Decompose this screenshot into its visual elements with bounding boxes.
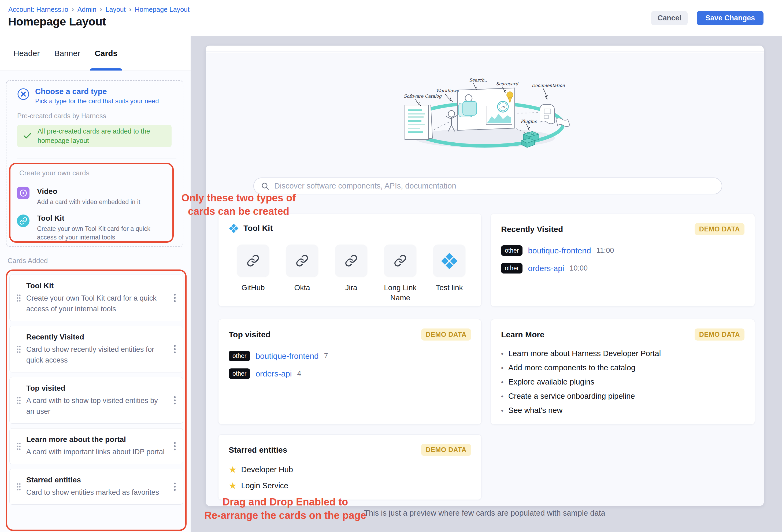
tool-tile[interactable] xyxy=(237,245,269,277)
added-card-description: Card to show recently visited entities f… xyxy=(26,344,168,365)
tool-item-okta[interactable]: Okta xyxy=(282,245,322,303)
starred-entity-name: Developer Hub xyxy=(241,465,293,474)
breadcrumb-current-page[interactable]: Homepage Layout xyxy=(135,6,189,13)
breadcrumb-account-link[interactable]: Account: Harness.io xyxy=(8,6,68,13)
drag-handle-icon[interactable] xyxy=(16,442,22,451)
tool-item-long-link[interactable]: Long Link Name xyxy=(380,245,420,303)
option-video[interactable]: Video xyxy=(37,187,57,196)
preview-body: 75 xyxy=(206,52,764,506)
breadcrumb-separator-icon: › xyxy=(129,6,131,13)
added-card-recently-visited[interactable]: Recently Visited Card to show recently v… xyxy=(9,326,183,373)
page-title: Homepage Layout xyxy=(8,15,106,28)
entity-link[interactable]: boutique-frontend xyxy=(528,246,591,255)
tool-tile[interactable] xyxy=(286,245,318,277)
harness-diamond-icon xyxy=(440,252,458,270)
bullet-icon: • xyxy=(501,406,503,415)
toolkit-card-title: Tool Kit xyxy=(243,224,273,233)
check-icon xyxy=(23,131,32,141)
link-icon xyxy=(345,254,358,267)
annotation-dnd-note: Drag and Drop Enabled to Re-arrange the … xyxy=(195,495,375,522)
annotation-dnd-note-line1: Drag and Drop Enabled to xyxy=(195,495,375,509)
tool-tile[interactable] xyxy=(433,245,465,277)
sidebar-body: Choose a card type Pick a type for the c… xyxy=(0,72,190,532)
option-video-description: Add a card with video embedded in it xyxy=(37,198,168,206)
learn-more-link[interactable]: • Create a service onboarding pipeline xyxy=(501,392,744,401)
sidebar: Header Banner Cards Choose a card type P… xyxy=(0,36,190,532)
added-card-description: Card to show entities marked as favorite… xyxy=(26,487,168,498)
svg-text:Software Catalog: Software Catalog xyxy=(404,94,442,99)
learn-more-link[interactable]: • See what's new xyxy=(501,406,744,415)
drag-handle-icon[interactable] xyxy=(16,294,22,303)
learn-more-link[interactable]: • Explore available plugins xyxy=(501,378,744,386)
demo-data-badge: DEMO DATA xyxy=(421,444,471,456)
tab-header[interactable]: Header xyxy=(13,36,40,71)
demo-data-badge: DEMO DATA xyxy=(695,223,744,235)
drag-handle-icon[interactable] xyxy=(16,483,22,491)
breadcrumb-admin-link[interactable]: Admin xyxy=(77,6,97,13)
drag-handle-icon[interactable] xyxy=(16,396,22,405)
kebab-menu-icon[interactable] xyxy=(174,441,176,451)
preview-learn-more-card: Learn More DEMO DATA • Learn more about … xyxy=(491,319,755,424)
entity-link[interactable]: orders-api xyxy=(528,264,564,273)
precreated-success-alert: All pre-created cards are added to the h… xyxy=(17,125,172,147)
close-circle-icon[interactable] xyxy=(17,88,30,100)
added-card-toolkit[interactable]: Tool Kit Create your own Tool Kit card f… xyxy=(9,275,183,321)
learn-more-link[interactable]: • Add more components to the catalog xyxy=(501,363,744,372)
tool-tile[interactable] xyxy=(335,245,367,277)
video-icon xyxy=(17,187,30,199)
link-icon xyxy=(296,254,309,267)
tool-label: GitHub xyxy=(241,283,264,293)
topbar-actions: Cancel Save Changes xyxy=(651,11,763,25)
entity-link[interactable]: boutique-frontend xyxy=(255,352,318,361)
entity-time: 11:00 xyxy=(597,246,614,255)
success-message: All pre-created cards are added to the h… xyxy=(38,127,164,145)
added-card-starred-entities[interactable]: Starred entities Card to show entities m… xyxy=(9,469,183,505)
kebab-menu-icon[interactable] xyxy=(174,344,176,354)
star-icon: ★ xyxy=(229,465,237,474)
demo-data-badge: DEMO DATA xyxy=(421,328,471,341)
kebab-menu-icon[interactable] xyxy=(174,395,176,405)
learn-more-link[interactable]: • Learn more about Harness Developer Por… xyxy=(501,349,744,358)
tab-cards[interactable]: Cards xyxy=(94,36,118,71)
breadcrumb-layout-link[interactable]: Layout xyxy=(106,6,126,13)
tool-tile[interactable] xyxy=(384,245,416,277)
bullet-icon: • xyxy=(501,350,503,358)
tool-item-test-link[interactable]: Test link xyxy=(429,245,469,303)
toolkit-card-header: Tool Kit xyxy=(229,223,471,233)
kebab-menu-icon[interactable] xyxy=(174,482,176,492)
added-card-learn-more[interactable]: Learn more about the portal A card with … xyxy=(9,428,183,464)
harness-diamond-icon xyxy=(229,223,239,233)
star-icon: ★ xyxy=(229,481,237,490)
learn-more-title: Learn More xyxy=(501,330,544,339)
annotation-create-note: Only these two types of cards can be cre… xyxy=(172,191,306,218)
starred-entity-row[interactable]: ★ Developer Hub xyxy=(229,465,471,474)
entity-count: 4 xyxy=(297,369,301,378)
kebab-menu-icon[interactable] xyxy=(174,293,176,303)
option-toolkit-description: Create your own Tool Kit card for a quic… xyxy=(37,224,168,242)
added-card-top-visited[interactable]: Top visited A card with to show top visi… xyxy=(9,377,183,424)
chooser-title: Choose a card type xyxy=(35,87,107,96)
option-toolkit[interactable]: Tool Kit xyxy=(37,214,64,222)
save-changes-button[interactable]: Save Changes xyxy=(697,11,763,25)
tool-item-github[interactable]: GitHub xyxy=(233,245,273,303)
search-input[interactable] xyxy=(274,181,715,190)
learn-more-link-text: Create a service onboarding pipeline xyxy=(508,392,635,401)
bullet-icon: • xyxy=(501,364,503,372)
tool-label: Long Link Name xyxy=(380,283,420,303)
tool-item-jira[interactable]: Jira xyxy=(331,245,371,303)
learn-more-link-text: Add more components to the catalog xyxy=(508,363,635,372)
annotation-create-note-line1: Only these two types of xyxy=(172,191,306,205)
drag-handle-icon[interactable] xyxy=(16,345,22,354)
added-card-title: Recently Visited xyxy=(26,333,168,341)
learn-more-link-text: See what's new xyxy=(508,406,562,415)
learn-more-link-text: Learn more about Harness Developer Porta… xyxy=(508,349,661,358)
svg-text:75: 75 xyxy=(501,105,505,109)
bullet-icon: • xyxy=(501,378,503,386)
cancel-button[interactable]: Cancel xyxy=(651,11,688,25)
entity-row: other orders-api 4 xyxy=(229,368,471,379)
entity-link[interactable]: orders-api xyxy=(255,369,292,378)
entity-row: other boutique-frontend 11:00 xyxy=(501,245,744,256)
added-card-description: Create your own Tool Kit card for a quic… xyxy=(26,293,168,314)
starred-entity-row[interactable]: ★ Login Service xyxy=(229,481,471,490)
tab-banner[interactable]: Banner xyxy=(54,36,81,71)
